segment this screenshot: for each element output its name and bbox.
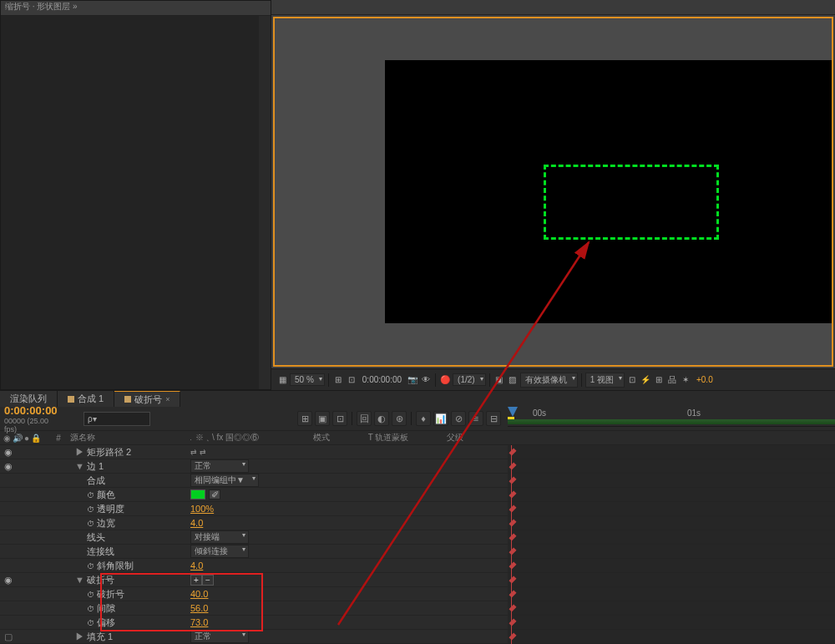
miter-limit-value[interactable]: 4.0 [190,560,203,570]
keyframe-icon[interactable] [509,533,516,540]
hide-layer-icon[interactable]: ⊘ [451,411,466,426]
offset-value[interactable]: 73.0 [190,617,208,627]
keyframe-icon[interactable] [509,505,516,512]
comp-mini-flowchart-icon[interactable]: ⊞ [297,411,312,426]
stroke-row[interactable]: ◉ ▼ 边 1 正常 [0,459,508,474]
opacity-row[interactable]: ⏱透明度 100% [0,502,508,516]
time-ruler[interactable]: 00s 01s 02s [508,407,835,427]
transparency-icon[interactable]: ▨ [507,374,519,386]
gap-value-row[interactable]: ⏱间隙 56.0 [0,601,508,616]
resolution-dropdown[interactable]: (1/2) [453,373,486,386]
guides-icon[interactable]: ⊡ [346,374,357,386]
cti-marker[interactable] [508,407,518,417]
keyframe-icon[interactable] [509,604,516,611]
playhead[interactable] [511,445,512,644]
composite-row[interactable]: 合成 相同编组中▼ [0,474,508,488]
offset-value-row[interactable]: ⏱偏移 73.0 [0,616,508,630]
keyframe-icon[interactable] [509,476,516,484]
visibility-toggle[interactable]: ◉ [0,447,17,458]
disclosure-triangle[interactable]: ▼ [75,575,84,585]
show-snapshot-icon[interactable]: 👁 [420,374,432,386]
stopwatch-icon[interactable]: ⏱ [87,605,94,613]
stopwatch-icon[interactable]: ⏱ [87,619,94,627]
layer-switches-icon[interactable]: ≡ [468,411,483,426]
line-cap-row[interactable]: 线头 对接端 [0,530,508,545]
keyframe-icon[interactable] [509,547,516,555]
number-column-header[interactable]: # [50,434,67,443]
stroke-width-value[interactable]: 4.0 [190,518,203,528]
composition-canvas[interactable] [385,60,832,323]
transfer-modes-icon[interactable]: ⊟ [486,411,501,426]
add-dash-button[interactable]: + [190,575,202,586]
pixel-aspect-icon[interactable]: ⊡ [626,374,638,386]
close-icon[interactable]: × [165,395,170,403]
keyframe-icon[interactable] [509,462,516,469]
dash-value[interactable]: 40.0 [190,589,208,599]
name-column-header[interactable]: 源名称 [67,432,184,444]
draft-3d-icon[interactable]: ▣ [315,411,330,426]
snapshot-icon[interactable]: 📷 [407,374,418,386]
color-row[interactable]: ⏱颜色 ✐ [0,488,508,502]
gap-value[interactable]: 56.0 [190,603,208,613]
composite-dropdown[interactable]: 相同编组中▼ [190,474,259,487]
dash-value-row[interactable]: ⏱破折号 40.0 [0,587,508,601]
line-join-dropdown[interactable]: 倾斜连接 [190,545,249,558]
graph-editor-icon[interactable]: 📊 [433,411,448,426]
grid-icon[interactable]: ▦ [276,374,288,386]
current-time-display[interactable]: 0:00:00:00 00000 (25.00 fps) [0,403,67,435]
keyframe-icon[interactable] [509,632,516,640]
scrollbar-track[interactable] [259,16,271,389]
exposure-value[interactable]: +0.0 [693,375,716,384]
stroke-width-row[interactable]: ⏱边宽 4.0 [0,516,508,530]
ruler-icon[interactable]: ⊞ [332,374,344,386]
region-icon[interactable]: ▣ [493,374,505,386]
stopwatch-icon[interactable]: ⏱ [87,520,94,528]
keyframe-icon[interactable] [509,618,516,626]
fill-mode-dropdown[interactable]: 正常 [190,630,249,643]
dashed-rectangle-shape[interactable] [544,165,719,240]
timeline-icon[interactable]: ⊞ [653,374,665,386]
timecode[interactable]: 0:00:00:00 [4,404,63,417]
preview-viewport[interactable] [273,17,833,367]
keyframe-icon[interactable] [509,590,516,597]
opacity-value[interactable]: 100% [190,504,214,514]
keyframe-icon[interactable] [509,576,516,583]
motion-blur-icon[interactable]: ◐ [374,411,389,426]
keyframe-icon[interactable] [509,448,516,455]
color-swatch[interactable] [190,489,205,499]
search-input[interactable] [84,412,150,426]
disclosure-triangle[interactable]: ▼ [75,461,84,471]
brainstorm-icon[interactable]: ⊛ [392,411,407,426]
remove-dash-button[interactable]: − [202,575,214,586]
stopwatch-icon[interactable]: ⏱ [87,562,94,570]
flowchart-icon[interactable]: 品 [666,374,678,386]
channel-icon[interactable]: 🔴 [439,374,451,386]
preview-timecode[interactable]: 0:00:00:00 [359,375,405,384]
line-join-row[interactable]: 连接线 倾斜连接 [0,545,508,559]
timeline-tracks[interactable]: 00s 01s 02s [508,445,835,644]
keyframe-icon[interactable] [509,490,516,498]
auto-keyframe-icon[interactable]: ♦ [416,411,431,426]
shy-icon[interactable]: ⊡ [332,411,347,426]
miter-limit-row[interactable]: ⏱斜角限制 4.0 [0,559,508,573]
tab-dashes[interactable]: 破折号 × [114,391,180,407]
blend-mode-dropdown[interactable]: 正常 [190,459,249,473]
work-area-bar[interactable] [508,419,835,424]
stopwatch-icon[interactable]: ⏱ [87,491,94,499]
fast-preview-icon[interactable]: ⚡ [640,374,651,386]
fill-row[interactable]: ▢ ▶ 填充 1 正常 [0,630,508,644]
stopwatch-icon[interactable]: ⏱ [87,505,94,514]
visibility-toggle[interactable]: ◉ [0,461,17,472]
shape-path-row[interactable]: ◉ ▶ 矩形路径 2 ⇄ ⇄ [0,445,508,459]
disclosure-triangle[interactable]: ▶ [75,631,84,641]
view-layout-dropdown[interactable]: 1 视图 [585,373,625,388]
keyframe-icon[interactable] [509,519,516,526]
camera-dropdown[interactable]: 有效摄像机 [520,373,578,388]
keyframe-icon[interactable] [509,561,516,569]
dashes-row[interactable]: ◉ ▼ 破折号 + − [0,573,508,587]
stopwatch-icon[interactable]: ⏱ [87,591,94,599]
visibility-toggle[interactable]: ◉ [0,575,17,586]
line-cap-dropdown[interactable]: 对接端 [190,530,249,544]
zoom-dropdown[interactable]: 50 % [290,373,325,386]
reset-exposure-icon[interactable]: ✶ [680,374,691,386]
